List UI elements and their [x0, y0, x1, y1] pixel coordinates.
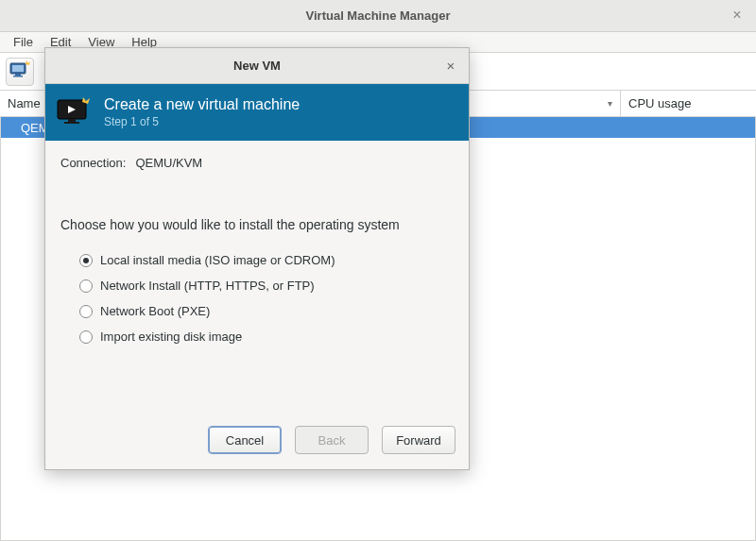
radio-label: Network Boot (PXE): [100, 304, 210, 318]
new-vm-toolbar-button[interactable]: [6, 58, 34, 86]
dialog-button-bar: Cancel Back Forward: [45, 414, 469, 469]
close-icon: ×: [732, 7, 741, 24]
dialog-banner: Create a new virtual machine Step 1 of 5: [45, 84, 469, 141]
radio-label: Network Install (HTTP, HTTPS, or FTP): [100, 279, 315, 293]
radio-icon: [79, 330, 93, 344]
main-window-title: Virtual Machine Manager: [306, 8, 451, 23]
close-icon: ×: [447, 58, 455, 74]
button-label: Forward: [396, 433, 441, 448]
radio-network-install[interactable]: Network Install (HTTP, HTTPS, or FTP): [79, 273, 454, 298]
svg-marker-4: [26, 60, 30, 65]
svg-rect-7: [68, 119, 76, 122]
radio-network-boot[interactable]: Network Boot (PXE): [79, 298, 454, 324]
radio-label: Local install media (ISO image or CDROM): [100, 253, 335, 267]
radio-icon: [79, 305, 93, 318]
dialog-step: Step 1 of 5: [104, 115, 300, 128]
dialog-heading: Create a new virtual machine: [104, 96, 300, 113]
column-header-name-label: Name: [8, 96, 41, 110]
new-vm-dialog: New VM × Create a new virtual machine St…: [44, 47, 470, 470]
monitor-new-icon: [9, 60, 30, 82]
column-header-cpu-label: CPU usage: [628, 96, 691, 110]
svg-rect-2: [15, 74, 21, 76]
back-button: Back: [295, 426, 369, 454]
main-window-close-button[interactable]: ×: [726, 4, 748, 26]
main-titlebar: Virtual Machine Manager ×: [0, 0, 756, 32]
dialog-title: New VM: [233, 59, 281, 73]
column-header-cpu[interactable]: CPU usage: [621, 91, 756, 116]
connection-value: QEMU/KVM: [135, 156, 202, 170]
radio-label: Import existing disk image: [100, 330, 242, 344]
install-prompt: Choose how you would like to install the…: [60, 217, 454, 232]
dialog-banner-text: Create a new virtual machine Step 1 of 5: [104, 96, 300, 128]
connection-row: Connection: QEMU/KVM: [60, 156, 454, 170]
radio-local-install-media[interactable]: Local install media (ISO image or CDROM): [79, 247, 454, 273]
radio-import-disk-image[interactable]: Import existing disk image: [79, 324, 454, 349]
button-label: Cancel: [226, 433, 264, 448]
connection-label: Connection:: [60, 156, 126, 170]
svg-rect-8: [64, 122, 79, 124]
svg-rect-3: [13, 76, 23, 77]
dialog-close-button[interactable]: ×: [440, 55, 461, 76]
svg-rect-1: [12, 65, 24, 72]
button-label: Back: [318, 433, 346, 448]
install-method-group: Local install media (ISO image or CDROM)…: [60, 247, 454, 349]
cancel-button[interactable]: Cancel: [208, 426, 282, 454]
menu-file[interactable]: File: [6, 33, 41, 51]
forward-button[interactable]: Forward: [382, 426, 455, 454]
sort-indicator-icon: ▾: [608, 98, 620, 109]
new-vm-banner-icon: [55, 93, 93, 131]
radio-icon: [79, 254, 93, 267]
dialog-body: Connection: QEMU/KVM Choose how you woul…: [45, 141, 469, 414]
dialog-titlebar: New VM ×: [45, 48, 469, 84]
radio-icon: [79, 279, 93, 293]
